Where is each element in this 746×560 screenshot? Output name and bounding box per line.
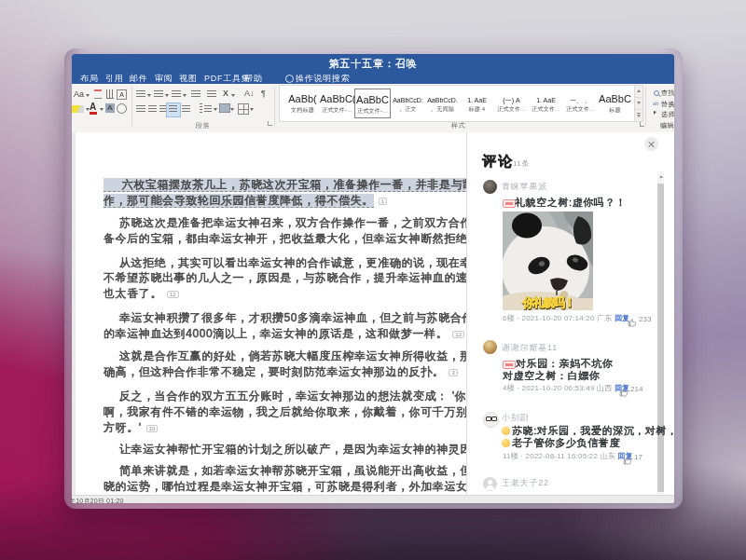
svg-text:你礼貌吗！: 你礼貌吗！ bbox=[522, 296, 574, 309]
